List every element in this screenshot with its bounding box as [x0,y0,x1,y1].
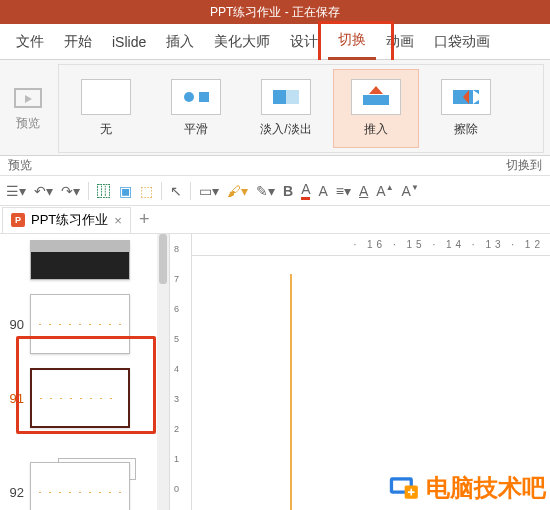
vruler-tick: 0 [174,484,179,494]
vertical-guide[interactable] [290,274,292,510]
transition-wipe[interactable]: 擦除 [423,69,509,148]
bold-button[interactable]: B [283,183,293,199]
transition-fade[interactable]: 淡入/淡出 [243,69,329,148]
add-tab-button[interactable]: + [139,209,150,230]
thumbnails-scrollbar[interactable] [157,234,169,510]
section-preview-label: 预览 [8,157,32,174]
slide-number: 90 [0,317,30,332]
ribbon-section-labels: 预览 切换到 [0,156,550,176]
section-transition-to-label: 切换到 [506,157,542,174]
vruler-tick: 7 [174,274,179,284]
transition-wipe-label: 擦除 [454,121,478,138]
save-dropdown-icon[interactable]: ☰▾ [6,183,26,199]
slide-thumb-90[interactable]: 90 [0,294,169,354]
separator [190,182,191,200]
work-area: 90 91 📋 (Ctrl) ▾ 92 876543210 · 16 · 15 … [0,234,550,510]
separator [161,182,162,200]
thumbnail [30,240,130,280]
format-painter-icon[interactable]: 🖌▾ [227,183,248,199]
close-tab-icon[interactable]: × [114,213,122,228]
hruler-ticks: · 16 · 15 · 14 · 13 · 12 [353,239,544,250]
thumbnail [30,294,130,354]
transition-fade-label: 淡入/淡出 [260,121,311,138]
vruler-tick: 2 [174,424,179,434]
thumbnail-selected [30,368,130,428]
font-grow-button[interactable]: A [318,183,327,199]
powerpoint-file-icon: P [11,213,25,227]
select-icon[interactable]: ⬚ [140,183,153,199]
transition-push-label: 推入 [364,121,388,138]
transition-push[interactable]: 推入 [333,69,419,148]
svg-rect-5 [273,90,286,104]
transition-none-label: 无 [100,121,112,138]
morph-icon [171,79,221,115]
font-underline-button[interactable]: A [359,183,368,199]
title-bar: PPT练习作业 - 正在保存 [0,0,550,24]
ribbon-preview-button[interactable]: 预览 [6,64,50,153]
vruler-tick: 4 [174,364,179,374]
watermark: 电脑技术吧 [386,472,546,504]
svg-marker-1 [25,95,32,103]
push-icon [351,79,401,115]
menu-transitions[interactable]: 切换 [328,24,376,60]
menu-beautify[interactable]: 美化大师 [204,24,280,60]
document-tab-strip: P PPT练习作业 × + [0,206,550,234]
menu-insert[interactable]: 插入 [156,24,204,60]
transition-none[interactable]: 无 [63,69,149,148]
thumbnail [30,462,130,510]
menu-animations[interactable]: 动画 [376,24,424,60]
slide-number: 92 [0,485,30,500]
quick-toolbar: ☰▾ ↶▾ ↷▾ ⿲ ▣ ⬚ ↖ ▭▾ 🖌▾ ✎▾ B A A ≡▾ A A▲ … [0,176,550,206]
redo-icon[interactable]: ↷▾ [61,183,80,199]
slide-canvas[interactable]: · 16 · 15 · 14 · 13 · 12 [192,234,550,510]
title-text: PPT练习作业 - 正在保存 [210,4,340,21]
wipe-icon [441,79,491,115]
slide-thumbnails-panel: 90 91 📋 (Ctrl) ▾ 92 [0,234,170,510]
slide-number: 91 [0,391,30,406]
align-icon[interactable]: ≡▾ [336,183,351,199]
transition-morph-label: 平滑 [184,121,208,138]
document-tab[interactable]: P PPT练习作业 × [2,207,131,233]
vruler-tick: 1 [174,454,179,464]
preview-icon [13,85,43,111]
vertical-ruler: 876543210 [170,234,192,510]
watermark-logo-icon [386,474,420,502]
horizontal-ruler: · 16 · 15 · 14 · 13 · 12 [192,234,550,256]
transition-morph[interactable]: 平滑 [153,69,239,148]
vruler-tick: 5 [174,334,179,344]
slide-thumb-91[interactable]: 91 📋 (Ctrl) ▾ [0,368,169,428]
undo-icon[interactable]: ↶▾ [34,183,53,199]
cursor-icon[interactable]: ↖ [170,183,182,199]
menu-bar: 文件 开始 iSlide 插入 美化大师 设计 切换 动画 口袋动画 [0,24,550,60]
ribbon: 预览 无 平滑 淡入/淡出 推入 擦除 [0,60,550,156]
svg-rect-3 [199,92,209,102]
ribbon-preview-label: 预览 [16,115,40,132]
svg-rect-6 [363,95,389,105]
eyedropper-icon[interactable]: ✎▾ [256,183,275,199]
image-icon[interactable]: ▣ [119,183,132,199]
vruler-tick: 3 [174,394,179,404]
transition-gallery: 无 平滑 淡入/淡出 推入 擦除 [58,64,544,153]
watermark-text: 电脑技术吧 [426,472,546,504]
svg-point-2 [184,92,194,102]
menu-islide[interactable]: iSlide [102,24,156,60]
menu-file[interactable]: 文件 [6,24,54,60]
shape-icon[interactable]: ▭▾ [199,183,219,199]
vruler-tick: 6 [174,304,179,314]
separator [88,182,89,200]
font-size-down-icon[interactable]: A▼ [402,183,419,199]
document-tab-label: PPT练习作业 [31,211,108,229]
menu-home[interactable]: 开始 [54,24,102,60]
fade-icon [261,79,311,115]
menu-design[interactable]: 设计 [280,24,328,60]
none-icon [81,79,131,115]
menu-pocket-anim[interactable]: 口袋动画 [424,24,500,60]
chart-icon[interactable]: ⿲ [97,183,111,199]
slide-thumb-89[interactable] [0,240,169,280]
svg-marker-7 [369,86,383,94]
font-color-button[interactable]: A [301,181,310,200]
slide-thumb-92[interactable]: 92 [0,462,169,510]
font-size-up-icon[interactable]: A▲ [376,183,393,199]
vruler-tick: 8 [174,244,179,254]
